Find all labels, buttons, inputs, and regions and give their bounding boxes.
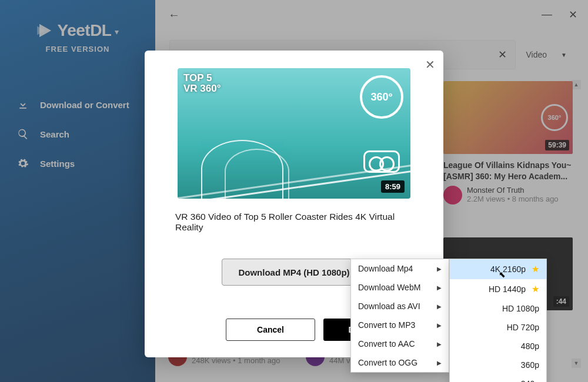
chevron-right-icon: ▶ <box>437 266 442 272</box>
dialog-thumbnail: TOP 5VR 360° 360° 8:59 <box>178 68 410 199</box>
star-icon: ★ <box>532 264 539 274</box>
cancel-button[interactable]: Cancel <box>226 319 315 341</box>
chevron-right-icon: ▶ <box>437 284 442 291</box>
dialog-close-button[interactable]: ✕ <box>425 58 435 72</box>
menu-item-ogg[interactable]: Convert to OGG▶ <box>351 353 449 372</box>
quality-submenu: 4K 2160p★ HD 1440p★ HD 1080p HD 720p 480… <box>449 259 547 382</box>
quality-240p[interactable]: 240p <box>450 374 546 382</box>
duration-badge: 8:59 <box>381 180 405 193</box>
menu-item-webm[interactable]: Download WebM▶ <box>351 278 449 297</box>
quality-480p[interactable]: 480p <box>450 337 546 356</box>
download-format-label: Download MP4 (HD 1080p) <box>238 267 349 277</box>
quality-4k-2160p[interactable]: 4K 2160p★ <box>450 259 546 279</box>
chevron-right-icon: ▶ <box>437 322 442 329</box>
format-context-menu: Download Mp4▶ Download WebM▶ Download as… <box>350 259 449 373</box>
quality-360p[interactable]: 360p <box>450 356 546 374</box>
quality-hd-720p[interactable]: HD 720p <box>450 318 546 337</box>
menu-item-avi[interactable]: Download as AVI▶ <box>351 297 449 316</box>
star-icon: ★ <box>532 284 539 294</box>
thumb-caption: TOP 5VR 360° <box>183 73 221 94</box>
menu-item-aac[interactable]: Convert to AAC▶ <box>351 334 449 353</box>
download-format-button[interactable]: Download MP4 (HD 1080p) ❯ <box>222 259 366 286</box>
quality-hd-1440p[interactable]: HD 1440p★ <box>450 279 546 299</box>
chevron-right-icon: ▶ <box>437 303 442 310</box>
coaster-art <box>178 110 410 199</box>
menu-item-mp3[interactable]: Convert to MP3▶ <box>351 316 449 334</box>
chevron-right-icon: ▶ <box>437 360 442 366</box>
quality-hd-1080p[interactable]: HD 1080p <box>450 299 546 318</box>
dialog-video-title: VR 360 Video of Top 5 Roller Coaster Rid… <box>175 212 413 233</box>
menu-item-mp4[interactable]: Download Mp4▶ <box>351 259 449 278</box>
chevron-right-icon: ▶ <box>437 341 442 347</box>
